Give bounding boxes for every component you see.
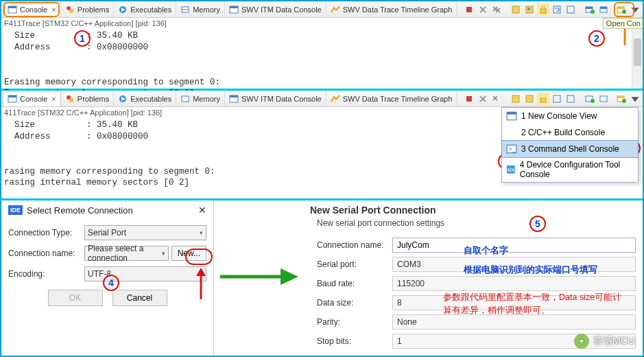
swv-trace-icon <box>331 5 340 14</box>
open-console-tooltip: Open Con <box>603 18 644 29</box>
chevron-down-icon[interactable] <box>629 93 641 105</box>
pin-button[interactable] <box>597 3 610 16</box>
tab-swv-trace-2[interactable]: SWV Data Trace Timeline Graph <box>326 91 457 106</box>
executables-icon <box>118 5 128 14</box>
encoding-label: Encoding: <box>8 269 80 279</box>
swv-itm-icon <box>229 94 239 104</box>
tab-memory[interactable]: Memory <box>176 2 225 17</box>
scroll-lock-button[interactable] <box>537 93 549 105</box>
chevron-down-icon: ▾ <box>200 229 203 236</box>
svg-rect-22 <box>567 6 574 13</box>
close-icon[interactable]: × <box>51 95 56 103</box>
svg-point-30 <box>622 10 626 14</box>
tool-b[interactable] <box>523 93 536 105</box>
open-console-button[interactable] <box>584 93 596 105</box>
tab-swv-itm-2[interactable]: SWV ITM Data Console <box>225 91 326 106</box>
tab-swv-itm[interactable]: SWV ITM Data Console <box>225 2 326 17</box>
svg-marker-31 <box>631 8 639 12</box>
svg-rect-40 <box>182 96 189 102</box>
tab-memory-label: Memory <box>193 5 220 14</box>
console-icon <box>8 94 17 104</box>
stop-button[interactable] <box>463 93 475 105</box>
svg-rect-27 <box>600 7 607 9</box>
chevron-down-icon[interactable] <box>629 3 641 16</box>
panel2-tabbar: Console × Problems Executables Memory SW… <box>1 91 643 107</box>
svg-rect-52 <box>567 95 574 102</box>
tab-problems-label: Problems <box>77 5 109 14</box>
tab-problems-2[interactable]: Problems <box>61 91 114 106</box>
tab-console-2[interactable]: Console × <box>3 91 61 106</box>
svg-rect-1 <box>8 6 16 8</box>
console-icon <box>8 5 17 14</box>
svg-text:MX: MX <box>508 168 515 172</box>
kill-button[interactable] <box>477 3 489 16</box>
scroll-lock-button[interactable] <box>537 3 549 16</box>
new-dialog-title: New Serial Port Connection <box>310 205 636 216</box>
open-console-button[interactable] <box>584 3 596 16</box>
remove-all-button[interactable] <box>490 3 503 16</box>
annotation-note-port: 根据电脑识别到的实际端口号填写 <box>464 264 597 276</box>
kill-button[interactable] <box>477 93 489 105</box>
stop-button[interactable] <box>463 3 475 16</box>
tool-b[interactable] <box>523 3 536 16</box>
blank-icon <box>506 127 517 138</box>
tab-problems[interactable]: Problems <box>61 2 114 17</box>
wrap-button[interactable] <box>551 93 563 105</box>
tab-console[interactable]: Console × <box>3 2 61 17</box>
tool-e[interactable] <box>564 93 577 105</box>
close-icon[interactable]: ✕ <box>198 205 206 216</box>
tab-console-label: Console <box>20 5 47 14</box>
svg-rect-55 <box>600 96 607 102</box>
close-icon[interactable]: × <box>51 5 56 14</box>
serial-port-label: Serial port: <box>317 260 392 269</box>
encoding-combo[interactable]: UTF-8▾ <box>84 266 206 281</box>
scroll-thumb[interactable] <box>634 38 641 66</box>
remove-all-button[interactable] <box>490 93 503 105</box>
stop-bits-label: Stop bits: <box>317 336 392 346</box>
tab-executables[interactable]: Executables <box>114 2 176 17</box>
tab-memory-2[interactable]: Memory <box>176 91 225 106</box>
svg-rect-50 <box>540 98 546 102</box>
toolbar-right <box>463 1 641 18</box>
baud-combo[interactable]: 115200 <box>392 276 636 291</box>
console-icon <box>506 111 517 122</box>
tab-executables-2[interactable]: Executables <box>114 91 176 106</box>
conn-type-combo[interactable]: Serial Port▾ <box>84 225 206 240</box>
tool-a[interactable] <box>510 3 522 16</box>
tool-e[interactable] <box>564 3 577 16</box>
tab-swv-trace[interactable]: SWV Data Trace Timeline Graph <box>326 2 457 17</box>
mx-icon: MX <box>506 164 516 175</box>
svg-rect-42 <box>230 95 238 97</box>
baud-label: Baud rate: <box>317 279 392 288</box>
new-connection-button[interactable]: New... <box>171 246 206 261</box>
annotation-note-params: 参数跟代码里配置基本一致，Data size可能计算有差异，稍作调整即可。 <box>443 291 628 317</box>
annotation-note-name: 自取个名字 <box>464 244 508 257</box>
problems-icon <box>65 94 75 104</box>
tool-a[interactable] <box>510 93 522 105</box>
pin-button[interactable] <box>597 93 610 105</box>
chevron-down-icon: ▾ <box>162 250 165 257</box>
select-dialog-title: Select Remote Connection <box>27 205 133 216</box>
cancel-button[interactable]: Cancel <box>112 290 167 306</box>
conn-name-label: Connection name: <box>317 240 392 250</box>
conn-name-combo[interactable]: Please select a connection▾ <box>84 246 169 261</box>
display-menu-button[interactable] <box>615 93 628 105</box>
wrap-button[interactable] <box>551 3 563 16</box>
tab-swv-trace-label: SWV Data Trace Timeline Graph <box>343 5 453 14</box>
display-menu-button[interactable] <box>615 3 628 16</box>
menu-build-console[interactable]: 2 C/C++ Build Console <box>502 124 638 141</box>
svg-rect-48 <box>512 95 519 102</box>
menu-device-config-console[interactable]: MX 4 Device Configuration Tool Console <box>502 157 638 182</box>
svg-point-37 <box>69 98 73 102</box>
menu-command-shell-console[interactable]: >_ 3 Command Shell Console <box>501 140 639 158</box>
svg-rect-29 <box>617 7 624 9</box>
tab-swv-itm-label: SWV ITM Data Console <box>241 5 322 14</box>
tab-exec-label: Executables <box>130 5 171 14</box>
menu-new-console-view[interactable]: 1 New Console View <box>502 108 638 124</box>
chevron-down-icon: ▾ <box>200 270 203 277</box>
conn-name-input[interactable] <box>392 238 636 253</box>
flow-arrow <box>214 200 303 355</box>
svg-point-58 <box>622 99 626 103</box>
svg-marker-59 <box>631 97 639 102</box>
panel1-subtitle: F411Trace [STM32 C/C++ Application] [pid… <box>1 18 643 29</box>
